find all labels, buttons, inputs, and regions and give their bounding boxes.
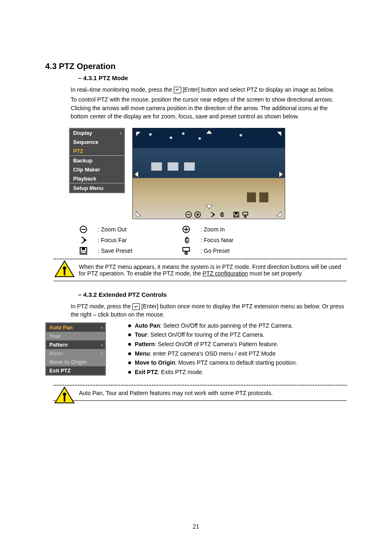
ptz-menu-exit[interactable]: Exit PTZ — [46, 366, 105, 375]
svg-point-45 — [64, 400, 65, 402]
focus-far-icon — [79, 236, 88, 244]
svg-rect-44 — [64, 396, 65, 400]
list-item: Auto Pan: Select On/Off for auto panning… — [127, 322, 347, 330]
svg-rect-18 — [235, 212, 238, 214]
svg-marker-3 — [134, 171, 138, 178]
ptz-menu-origin[interactable]: Move to Origin — [46, 358, 105, 366]
svg-point-41 — [64, 274, 65, 275]
arrow-down-right-icon[interactable] — [275, 210, 281, 216]
svg-marker-28 — [84, 238, 87, 242]
body-text: To control PTZ with the mouse, position … — [71, 95, 347, 120]
caution-link[interactable]: PTZ configuration — [203, 270, 248, 277]
ptz-icon-strip — [185, 211, 249, 218]
dash-icon: – — [78, 74, 83, 81]
context-menu[interactable]: Display Sequence PTZ Backup Clip Maker P… — [69, 128, 125, 193]
legend-text: : Zoom Out — [98, 226, 172, 233]
zoom-out-icon — [79, 225, 88, 234]
list-item: Tour: Select On/Off for touring of the P… — [127, 331, 347, 339]
save-preset-icon[interactable] — [233, 211, 240, 218]
caution-icon — [54, 386, 75, 405]
svg-marker-13 — [213, 213, 215, 216]
arrow-up-left-icon[interactable] — [136, 132, 143, 138]
feature-list: Auto Pan: Select On/Off for auto panning… — [127, 322, 347, 377]
ptz-extension-menu[interactable]: Auto Pan Tour Pattern Menu Move to Origi… — [45, 322, 106, 376]
menu-item-display[interactable]: Display — [70, 129, 124, 137]
menu-item-playback[interactable]: Playback — [70, 174, 124, 183]
svg-point-43 — [63, 393, 66, 396]
zoom-out-icon[interactable] — [185, 211, 192, 218]
legend-text: : Focus Far — [98, 237, 172, 243]
svg-rect-19 — [235, 215, 238, 217]
svg-marker-2 — [277, 132, 281, 136]
ptz-video-view[interactable] — [132, 128, 285, 219]
section-title: 4.3 PTZ Operation — [45, 62, 347, 71]
arrow-left-icon[interactable] — [134, 171, 139, 178]
legend-text: : Save Preset — [98, 247, 172, 254]
zoom-in-icon[interactable] — [194, 211, 201, 218]
svg-point-37 — [186, 253, 187, 254]
ptz-menu-tour[interactable]: Tour — [46, 332, 105, 340]
legend-text: : Go Preset — [201, 247, 274, 254]
list-item: Exit PTZ: Exits PTZ mode. — [127, 368, 347, 377]
focus-near-icon — [182, 236, 190, 244]
svg-marker-6 — [136, 211, 141, 216]
svg-point-22 — [245, 216, 246, 217]
svg-marker-1 — [206, 130, 212, 134]
svg-marker-7 — [277, 211, 281, 216]
menu-item-setup[interactable]: Setup Menu — [70, 183, 124, 192]
caution-text: Auto Pan, Tour and Pattern features may … — [79, 390, 273, 396]
save-preset-icon — [79, 247, 88, 255]
svg-rect-20 — [243, 212, 248, 215]
focus-near-icon[interactable] — [218, 211, 225, 218]
go-preset-icon — [182, 247, 190, 255]
svg-marker-4 — [279, 171, 283, 178]
arrow-down-icon[interactable] — [206, 205, 212, 210]
menu-item-ptz[interactable]: PTZ — [70, 146, 124, 155]
media-row: Display Sequence PTZ Backup Clip Maker P… — [69, 128, 347, 219]
menu-item-sequence[interactable]: Sequence — [70, 137, 124, 146]
body-text: In real–time monitoring mode, press the … — [71, 86, 347, 94]
caution-text: must be set properly. — [249, 270, 303, 277]
menu-item-clipmaker[interactable]: Clip Maker — [70, 165, 124, 174]
svg-rect-33 — [82, 247, 85, 250]
enter-key-icon: ↵ — [174, 87, 181, 93]
icon-legend-table: : Zoom Out : Zoom In : Focus Far : Focus… — [69, 224, 283, 256]
list-item: Move to Origin: Moves PTZ camera to defa… — [127, 359, 347, 367]
svg-rect-40 — [64, 270, 65, 274]
svg-point-39 — [63, 266, 66, 270]
ptz-menu-autopan[interactable]: Auto Pan — [46, 323, 105, 332]
enter-key-icon: ↵ — [132, 303, 140, 310]
page-number: 21 — [0, 523, 392, 530]
svg-marker-5 — [206, 205, 212, 209]
arrow-up-right-icon[interactable] — [275, 132, 281, 138]
caution-block: When the PTZ menu appears, it means the … — [53, 259, 347, 281]
svg-marker-0 — [136, 132, 141, 136]
dash-icon: – — [78, 291, 83, 298]
body-text: In PTZ mode, press the ↵ [Enter] button … — [71, 302, 347, 319]
subsection-title: – 4.3.2 Extended PTZ Controls — [78, 291, 347, 298]
go-preset-icon[interactable] — [242, 211, 249, 218]
arrow-right-icon[interactable] — [278, 171, 283, 178]
zoom-in-icon — [182, 225, 190, 234]
legend-text: : Zoom In — [201, 226, 274, 233]
subsection-title: – 4.3.1 PTZ Mode — [78, 74, 347, 81]
ptz-menu-menu[interactable]: Menu — [46, 349, 105, 358]
legend-text: : Focus Near — [201, 237, 274, 243]
svg-rect-34 — [81, 251, 85, 253]
arrow-up-icon[interactable] — [206, 130, 212, 135]
caution-block: Auto Pan, Tour and Pattern features may … — [53, 385, 347, 401]
svg-rect-35 — [183, 247, 189, 251]
caution-icon — [54, 260, 75, 278]
ptz-menu-pattern[interactable]: Pattern — [46, 340, 105, 349]
list-item: Menu: enter PTZ camera's OSD menu / exit… — [127, 350, 347, 358]
arrow-down-left-icon[interactable] — [136, 210, 143, 216]
list-item: Pattern: Select On/Off of PTZ Camera's P… — [127, 340, 347, 349]
menu-item-backup[interactable]: Backup — [70, 156, 124, 165]
focus-far-icon[interactable] — [209, 211, 216, 218]
